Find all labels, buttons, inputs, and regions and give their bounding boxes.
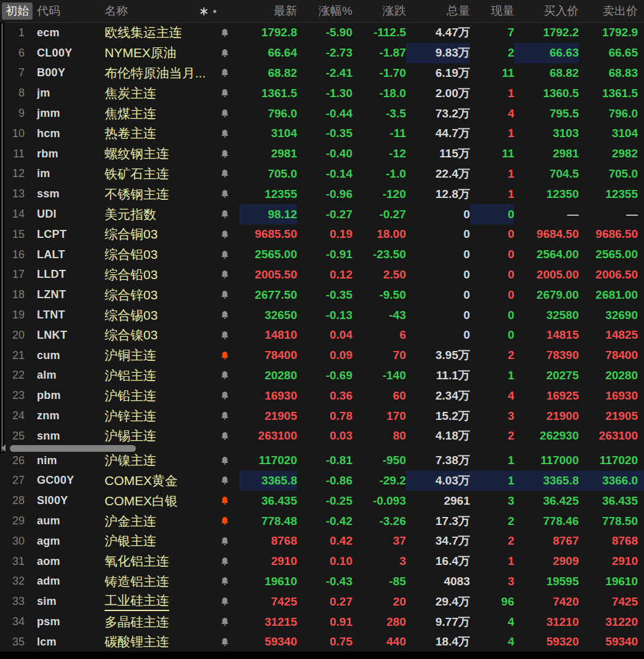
bell-icon[interactable] <box>220 557 229 566</box>
bell-icon[interactable] <box>220 290 229 299</box>
bell-icon[interactable] <box>220 577 229 586</box>
column-header-name[interactable]: 名称 <box>101 0 210 22</box>
cell-change-percent: -0.86 <box>297 471 352 491</box>
horizontal-scrollbar-thumb[interactable] <box>10 445 136 452</box>
bell-icon[interactable] <box>220 28 229 37</box>
bell-icon[interactable] <box>220 189 229 199</box>
cell-last-price: 59340 <box>239 632 297 652</box>
bell-icon[interactable] <box>220 351 229 360</box>
bell-icon[interactable] <box>220 89 229 98</box>
table-row[interactable]: 20 LNKT 综合镍03 14810 0.04 6 0 0 14815 148… <box>0 325 644 345</box>
bell-icon[interactable] <box>220 597 229 606</box>
bell-icon[interactable] <box>220 617 229 626</box>
table-row[interactable]: 16 LALT 综合铝03 2565.00 -0.91 -23.50 0 0 2… <box>0 245 644 265</box>
table-row[interactable]: 33 sim 工业硅主连 7425 0.27 20 29.4万 96 7420 … <box>0 591 644 612</box>
table-row[interactable]: 18 LZNT 综合锌03 2677.50 -0.35 -9.50 0 0 26… <box>0 285 644 305</box>
bell-icon[interactable] <box>220 129 229 138</box>
cell-change: 2.50 <box>352 265 406 285</box>
table-row[interactable]: 25 snm 沪锡主连 263100 0.03 80 4.18万 2 26293… <box>0 426 644 446</box>
vertical-scrollbar-thumb[interactable] <box>1 23 3 452</box>
table-row[interactable]: 7 B00Y 布伦特原油当月... 68.82 -2.41 -1.70 6.19… <box>0 63 644 84</box>
bell-icon[interactable] <box>220 391 229 400</box>
cell-last-price: 8768 <box>239 531 297 551</box>
table-row[interactable]: 10 hcm 热卷主连 3104 -0.35 -11 44.7万 1 3103 … <box>0 124 644 144</box>
table-row[interactable]: 30 agm 沪银主连 8768 0.42 37 34.7万 2 8767 87… <box>0 531 644 551</box>
table-row[interactable]: 9 jmm 焦煤主连 796.0 -0.44 -3.5 73.2万 4 795.… <box>0 103 644 124</box>
contract-code: aum <box>32 511 101 531</box>
scroll-left-arrow-icon[interactable] <box>1 444 6 452</box>
cell-change: -12 <box>352 144 406 164</box>
column-header-ask-price[interactable]: 卖出价 <box>579 0 644 22</box>
bell-icon[interactable] <box>220 270 229 279</box>
bell-icon[interactable] <box>220 456 229 465</box>
initial-sort-chip[interactable]: 初始 <box>2 2 33 20</box>
table-row[interactable]: 32 adm 铸造铝主连 19610 -0.43 -85 4083 3 1959… <box>0 572 644 592</box>
cell-ask-price: 1792.9 <box>579 23 644 43</box>
bell-icon[interactable] <box>220 210 229 219</box>
bell-icon[interactable] <box>220 516 229 526</box>
table-row[interactable]: 27 GC00Y COMEX黄金 3365.8 -0.86 -29.2 4.03… <box>0 471 644 491</box>
cell-change-percent: -0.42 <box>297 511 352 531</box>
table-row[interactable]: 14 UDI 美元指数 98.12 -0.27 -0.27 0 0 — — <box>0 204 644 224</box>
table-row[interactable]: 21 cum 沪铜主连 78400 0.09 70 3.95万 2 78390 … <box>0 345 644 366</box>
table-row[interactable]: 12 im 铁矿石主连 705.0 -0.14 -1.0 22.4万 1 704… <box>0 164 644 184</box>
bell-icon[interactable] <box>220 109 229 118</box>
column-header-total-volume[interactable]: 总量 <box>406 0 470 22</box>
bell-icon[interactable] <box>220 310 229 320</box>
bell-icon[interactable] <box>220 49 229 58</box>
vertical-scrollbar-track <box>0 22 4 453</box>
bell-icon[interactable] <box>220 250 229 259</box>
cell-last-price: 3104 <box>239 124 297 144</box>
table-row[interactable]: 29 aum 沪金主连 778.48 -0.42 -3.26 17.3万 2 7… <box>0 511 644 531</box>
cell-change: -11 <box>352 124 406 144</box>
cell-last-price: 2910 <box>239 551 297 572</box>
alert-bell-cell <box>210 612 239 632</box>
bell-icon[interactable] <box>220 411 229 420</box>
column-header-bid-price[interactable]: 买入价 <box>514 0 579 22</box>
cell-change: -43 <box>352 305 406 325</box>
bell-icon[interactable] <box>220 331 229 340</box>
column-header-alert[interactable]: ● <box>210 0 239 22</box>
bell-icon[interactable] <box>220 371 229 380</box>
table-row[interactable]: 13 ssm 不锈钢主连 12355 -0.96 -120 12.8万 1 12… <box>0 184 644 204</box>
column-header-initial[interactable]: 初始 <box>0 0 32 22</box>
table-row[interactable]: 34 psm 多晶硅主连 31215 0.91 280 9.77万 4 3121… <box>0 612 644 632</box>
cell-bid-price: 262930 <box>514 426 579 446</box>
table-row[interactable]: 1 ecm 欧线集运主连 1792.8 -5.90 -112.5 4.47万 7… <box>0 23 644 43</box>
cell-ask-price: 12355 <box>579 184 644 204</box>
column-header-last[interactable]: 最新 <box>239 0 297 22</box>
table-row[interactable]: 8 jm 焦炭主连 1361.5 -1.30 -18.0 2.00万 1 136… <box>0 83 644 103</box>
table-row[interactable]: 11 rbm 螺纹钢主连 2981 -0.40 -12 115万 11 2981… <box>0 144 644 164</box>
bell-icon[interactable] <box>220 476 229 485</box>
cell-change: -9.50 <box>352 285 406 305</box>
bell-icon[interactable] <box>220 496 229 505</box>
table-row[interactable]: 35 lcm 碳酸锂主连 59340 0.75 440 18.4万 4 5932… <box>0 632 644 652</box>
table-row[interactable]: 19 LTNT 综合锡03 32650 -0.13 -43 0 0 32580 … <box>0 305 644 325</box>
column-header-code[interactable]: 代码 <box>32 0 101 22</box>
table-row[interactable]: 28 SI00Y COMEX白银 36.435 -0.25 -0.093 296… <box>0 491 644 511</box>
row-number: 22 <box>0 366 32 386</box>
bell-icon[interactable] <box>220 68 229 77</box>
table-row[interactable]: 6 CL00Y NYMEX原油 66.64 -2.73 -1.87 9.83万 … <box>0 43 644 63</box>
bell-icon[interactable] <box>220 230 229 239</box>
cell-change-percent: 0.03 <box>297 426 352 446</box>
bell-icon[interactable] <box>220 149 229 159</box>
bell-icon[interactable] <box>220 432 229 441</box>
column-header-change[interactable]: 涨跌 <box>352 0 406 22</box>
table-row[interactable]: 26 nim 沪镍主连 117020 -0.81 -950 7.38万 1 11… <box>0 451 644 471</box>
cell-ask-price: 117020 <box>579 451 644 471</box>
table-row[interactable]: 15 LCPT 综合铜03 9685.50 0.19 18.00 0 0 968… <box>0 224 644 245</box>
cell-change-percent: 0.42 <box>297 531 352 551</box>
table-row[interactable]: 31 aom 氧化铝主连 2910 0.10 3 16.4万 1 2909 29… <box>0 551 644 572</box>
bell-icon[interactable] <box>220 637 229 647</box>
table-row[interactable]: 23 pbm 沪铅主连 16930 0.36 60 2.34万 4 16925 … <box>0 385 644 406</box>
column-header-current-volume[interactable]: 现量 <box>470 0 514 22</box>
alert-bell-cell <box>210 491 239 511</box>
contract-name: 工业硅主连 <box>101 591 210 612</box>
table-row[interactable]: 22 alm 沪铝主连 20280 -0.69 -140 11.1万 1 202… <box>0 366 644 386</box>
column-header-change-percent[interactable]: 涨幅% <box>297 0 352 22</box>
bell-icon[interactable] <box>220 537 229 546</box>
bell-icon[interactable] <box>220 169 229 178</box>
table-row[interactable]: 24 znm 沪锌主连 21905 0.78 170 15.2万 3 21900… <box>0 406 644 426</box>
table-row[interactable]: 17 LLDT 综合铅03 2005.50 0.12 2.50 0 0 2005… <box>0 265 644 285</box>
